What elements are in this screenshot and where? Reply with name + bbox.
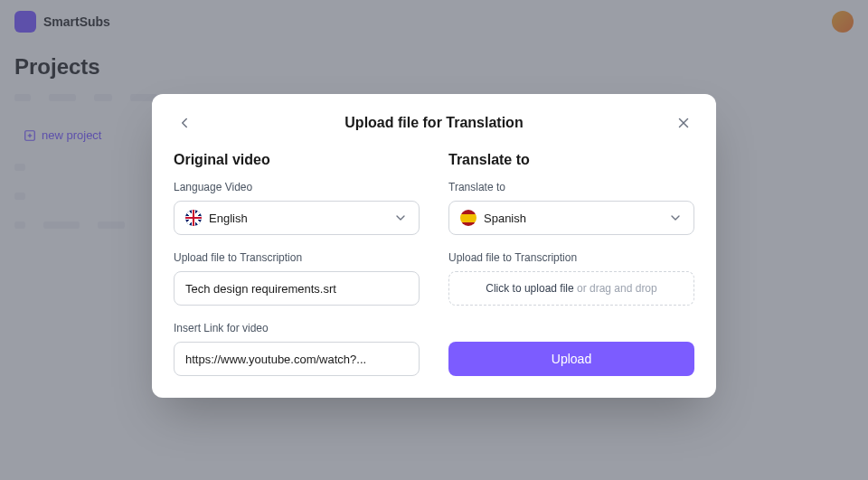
translate-to-value: Spanish xyxy=(484,212,661,225)
uploaded-file-name: Tech design requirements.srt xyxy=(185,282,336,296)
upload-button[interactable]: Upload xyxy=(448,342,694,376)
back-button[interactable] xyxy=(174,112,195,134)
translate-to-label: Translate to xyxy=(448,181,694,193)
modal-overlay: Upload file for Translation Original vid… xyxy=(0,0,868,480)
translate-to-column: Translate to Translate to Spanish Upload… xyxy=(448,152,694,376)
dropzone-action: Click to upload file xyxy=(486,282,573,295)
chevron-left-icon xyxy=(176,115,193,131)
original-video-column: Original video Language Video English Up… xyxy=(174,152,420,376)
video-link-input-wrapper xyxy=(174,342,420,376)
language-video-value: English xyxy=(209,212,386,225)
original-video-heading: Original video xyxy=(174,152,420,168)
translate-to-heading: Translate to xyxy=(448,152,694,168)
modal-header: Upload file for Translation xyxy=(174,112,694,134)
translate-to-select[interactable]: Spanish xyxy=(448,201,694,235)
chevron-down-icon xyxy=(668,211,683,225)
uk-flag-icon xyxy=(185,210,202,226)
spain-flag-icon xyxy=(460,210,476,226)
insert-link-label: Insert Link for video xyxy=(174,322,420,334)
uploaded-file-display[interactable]: Tech design requirements.srt xyxy=(174,271,420,306)
language-video-select[interactable]: English xyxy=(174,201,420,235)
translation-dropzone[interactable]: Click to upload file or drag and drop xyxy=(448,271,694,306)
upload-modal: Upload file for Translation Original vid… xyxy=(152,94,716,398)
modal-title: Upload file for Translation xyxy=(195,115,673,131)
video-link-input[interactable] xyxy=(185,353,408,366)
upload-right-label: Upload file to Transcription xyxy=(448,251,694,264)
upload-left-label: Upload file to Transcription xyxy=(174,251,420,264)
close-icon xyxy=(675,115,692,131)
language-video-label: Language Video xyxy=(174,181,420,193)
chevron-down-icon xyxy=(393,211,408,225)
dropzone-hint: or drag and drop xyxy=(574,282,657,295)
close-button[interactable] xyxy=(673,112,694,134)
